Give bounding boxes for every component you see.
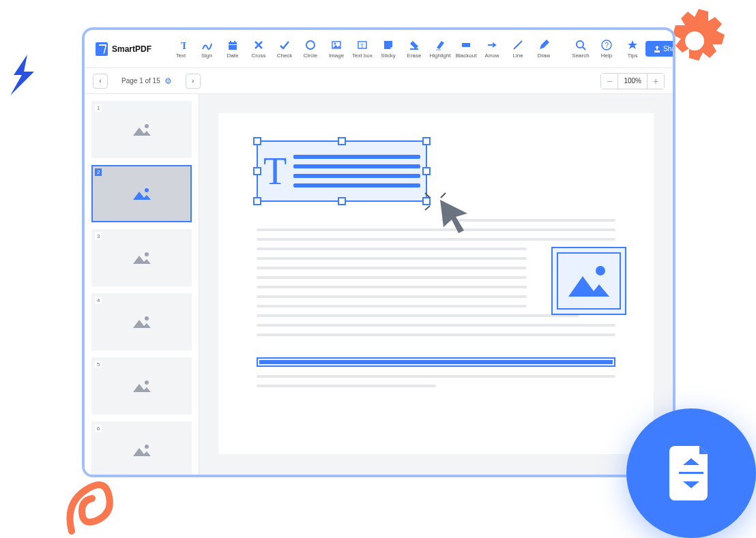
arrow-icon xyxy=(486,39,497,51)
svg-point-28 xyxy=(596,266,605,275)
tool-check[interactable]: Check xyxy=(272,34,297,64)
svg-line-25 xyxy=(425,193,430,198)
main-area: 1 2 3 4 5 6 T xyxy=(85,94,673,475)
toolbar: SmartPDF TTextSignDateCrossCheckCircleIm… xyxy=(85,30,673,68)
canvas: T xyxy=(199,94,673,475)
page-bar: ‹ Page 1 of 15 ⚙ › − 100% + xyxy=(85,68,673,94)
text-lines-placeholder xyxy=(293,155,420,188)
tips-icon xyxy=(627,39,638,51)
document-page[interactable]: T xyxy=(218,113,654,454)
tool-date[interactable]: Date xyxy=(220,34,246,64)
svg-point-8 xyxy=(334,43,336,45)
tool-draw[interactable]: Draw xyxy=(531,34,557,64)
svg-line-16 xyxy=(583,47,585,50)
svg-line-27 xyxy=(425,206,430,210)
thumbnail-number: 5 xyxy=(95,361,102,368)
thumbnail-sidebar: 1 2 3 4 5 6 xyxy=(85,94,199,475)
tool-sign[interactable]: Sign xyxy=(194,34,220,64)
thumbnail-number: 6 xyxy=(95,425,102,432)
tool-highlight[interactable]: Highlight xyxy=(427,34,453,64)
tool-arrow[interactable]: Arrow xyxy=(479,34,505,64)
page-info: Page 1 of 15 ⚙ xyxy=(121,76,172,86)
svg-point-19 xyxy=(145,124,149,128)
svg-rect-11 xyxy=(410,48,418,50)
resize-handle[interactable] xyxy=(422,167,431,175)
tool-circle[interactable]: Circle xyxy=(297,34,323,64)
line-icon xyxy=(512,39,523,51)
resize-handle[interactable] xyxy=(338,197,346,205)
svg-rect-0 xyxy=(679,472,703,474)
tool-blackout[interactable]: Blackout xyxy=(453,34,479,64)
cross-icon xyxy=(253,39,264,51)
image-icon xyxy=(132,122,152,137)
util-tips[interactable]: Tips xyxy=(620,34,645,64)
svg-point-20 xyxy=(145,188,149,192)
image-icon xyxy=(132,443,152,458)
util-search[interactable]: Search xyxy=(568,34,594,64)
prev-page-button[interactable]: ‹ xyxy=(93,74,108,89)
svg-rect-12 xyxy=(436,49,441,50)
tool-sticky[interactable]: Sticky xyxy=(375,34,401,64)
thumbnail-4[interactable]: 4 xyxy=(91,293,192,350)
tool-group: TTextSignDateCrossCheckCircleImageTText … xyxy=(168,34,557,64)
svg-text:?: ? xyxy=(605,42,609,49)
tool-cross[interactable]: Cross xyxy=(246,34,272,64)
logo-icon xyxy=(96,42,108,56)
thumbnail-5[interactable]: 5 xyxy=(91,357,192,415)
zoom-in-button[interactable]: + xyxy=(648,74,664,89)
resize-handle[interactable] xyxy=(253,197,261,205)
util-help[interactable]: ?Help xyxy=(594,34,620,64)
svg-line-14 xyxy=(514,41,522,49)
body-text-placeholder xyxy=(257,375,615,394)
text-object-selected[interactable]: T xyxy=(257,140,427,202)
thumbnail-1[interactable]: 1 xyxy=(91,101,192,158)
resize-handle[interactable] xyxy=(422,137,431,145)
svg-rect-2 xyxy=(229,42,237,50)
sign-icon xyxy=(201,39,212,51)
image-icon xyxy=(565,263,613,300)
thumbnail-number: 1 xyxy=(95,104,102,112)
search-icon xyxy=(575,39,586,51)
image-icon xyxy=(132,250,152,265)
check-icon xyxy=(279,39,290,51)
decoration-paperclip-icon xyxy=(58,470,119,538)
date-icon xyxy=(227,39,238,51)
settings-gear-icon[interactable]: ⚙ xyxy=(164,76,172,86)
svg-point-24 xyxy=(145,445,149,449)
svg-point-23 xyxy=(145,380,149,385)
decoration-file-badge xyxy=(626,408,756,538)
svg-rect-3 xyxy=(230,41,231,43)
svg-text:T: T xyxy=(181,40,186,50)
resize-handle[interactable] xyxy=(338,137,346,145)
svg-point-15 xyxy=(577,41,583,48)
image-icon xyxy=(132,378,152,393)
text-glyph-icon: T xyxy=(263,152,287,190)
zoom-out-button[interactable]: − xyxy=(601,74,617,89)
selected-bar-object[interactable] xyxy=(257,357,615,367)
resize-handle[interactable] xyxy=(253,167,261,175)
zoom-value: 100% xyxy=(617,74,648,89)
tool-image[interactable]: Image xyxy=(323,34,349,64)
tool-text[interactable]: TText xyxy=(168,34,194,64)
share-button[interactable]: Share xyxy=(645,41,675,57)
resize-handle[interactable] xyxy=(253,137,261,145)
tool-erase[interactable]: Erase xyxy=(401,34,427,64)
highlight-icon xyxy=(435,39,446,51)
cursor-icon xyxy=(437,196,478,237)
thumbnail-6[interactable]: 6 xyxy=(91,421,192,475)
blackout-icon xyxy=(461,39,471,51)
image-placeholder[interactable] xyxy=(551,247,626,315)
app-logo: SmartPDF xyxy=(90,42,157,56)
thumbnail-2[interactable]: 2 xyxy=(91,165,192,222)
next-page-button[interactable]: › xyxy=(186,74,201,89)
help-icon: ? xyxy=(601,39,612,51)
draw-icon xyxy=(538,39,549,51)
svg-text:T: T xyxy=(360,42,364,49)
textbox-icon: T xyxy=(357,39,368,51)
thumbnail-3[interactable]: 3 xyxy=(91,229,192,286)
tool-line[interactable]: Line xyxy=(505,34,531,64)
tool-text-box[interactable]: TText box xyxy=(349,34,375,64)
circle-icon xyxy=(305,39,316,51)
svg-rect-4 xyxy=(234,41,235,43)
svg-point-22 xyxy=(145,316,149,320)
